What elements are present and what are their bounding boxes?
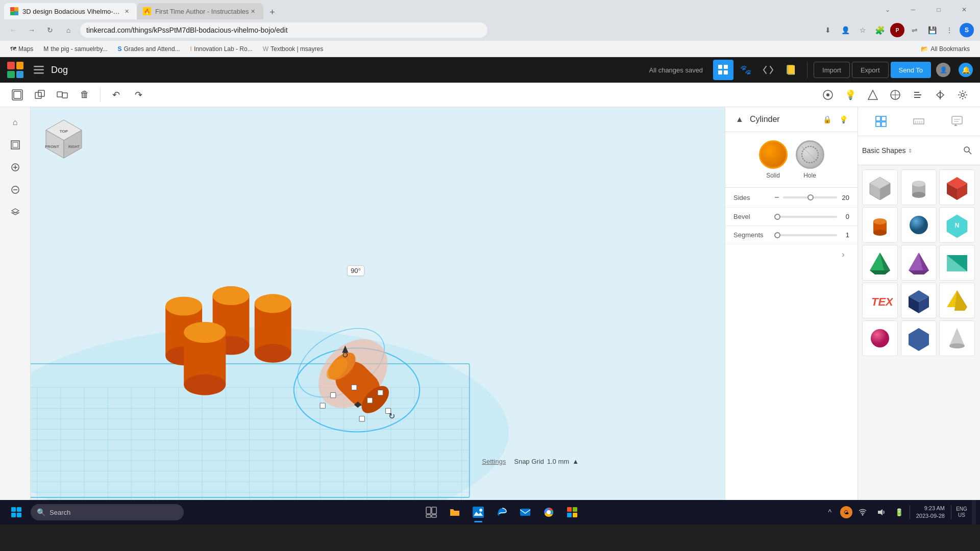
taskbar-edge[interactable] <box>491 501 513 523</box>
fit-view-btn[interactable] <box>6 136 24 154</box>
shape-sphere-pink[interactable] <box>862 320 898 356</box>
delete-btn[interactable]: 🗑 <box>76 86 94 104</box>
orientation-cube[interactable]: TOP FRONT RIGHT <box>41 117 87 163</box>
network-icon[interactable] <box>854 504 871 520</box>
taskbar-chrome[interactable] <box>537 501 560 523</box>
more-icon[interactable]: ⋮ <box>942 23 957 37</box>
sides-slider[interactable]: − <box>774 193 837 202</box>
shape-cylinder-grey[interactable] <box>901 169 937 205</box>
forward-btn[interactable]: → <box>24 23 39 37</box>
segments-thumb[interactable] <box>774 232 780 238</box>
tab-instructables[interactable]: 🔥 First Time Author - Instructables ✕ <box>137 3 263 19</box>
shape-box-red[interactable] <box>939 169 975 205</box>
shape-box-navy[interactable] <box>901 283 937 318</box>
shape-cylinder-orange[interactable] <box>862 207 898 243</box>
segments-track[interactable] <box>774 234 837 236</box>
ungroup-btn[interactable] <box>53 86 71 104</box>
bookmark-textbook[interactable]: W Textbook | msayres <box>259 44 327 54</box>
sides-track[interactable] <box>783 196 837 198</box>
redo-btn[interactable]: ↷ <box>129 86 148 104</box>
taskbar-store[interactable] <box>561 501 583 523</box>
light-btn[interactable]: 💡 <box>841 86 860 104</box>
home-view-btn[interactable]: ⌂ <box>6 113 24 132</box>
tinkercad-logo[interactable] <box>0 57 31 83</box>
bevel-thumb[interactable] <box>774 214 780 220</box>
scroll-right-btn[interactable]: › <box>837 248 849 261</box>
shape-blue-misc[interactable] <box>901 320 937 356</box>
home-btn[interactable]: ⌂ <box>61 23 76 37</box>
shape-pyramid-green[interactable] <box>862 245 898 281</box>
paw-view-btn[interactable]: 🐾 <box>736 60 756 80</box>
tab-close-2[interactable]: ✕ <box>249 7 257 15</box>
sides-thumb[interactable] <box>807 194 814 201</box>
close-btn[interactable]: ✕ <box>952 2 976 18</box>
ruler-tab[interactable] <box>909 111 929 132</box>
shape-box-grey[interactable] <box>862 169 898 205</box>
weather-icon[interactable]: 🌤 <box>840 506 852 518</box>
taskbar-task-view[interactable] <box>420 501 443 523</box>
reload-btn[interactable]: ↻ <box>43 23 57 37</box>
taskbar-photos[interactable] <box>467 501 489 523</box>
solid-option[interactable]: Solid <box>759 140 788 179</box>
new-design-btn[interactable] <box>8 86 27 104</box>
user-profile-icon[interactable]: S <box>960 23 974 37</box>
shape-text-red[interactable]: TEXT <box>862 283 898 318</box>
sendto-btn[interactable]: Send To <box>891 62 931 78</box>
tab-close-1[interactable]: ✕ <box>122 7 131 15</box>
bevel-track[interactable] <box>774 216 837 218</box>
bookmark-innovation[interactable]: I Innovation Lab - Ro... <box>186 44 257 54</box>
bookmark-grades[interactable]: S Grades and Attend... <box>114 44 184 54</box>
shape-wedge-teal[interactable] <box>939 245 975 281</box>
battery-icon[interactable]: 🔋 <box>891 504 908 520</box>
snap-grid-arrow[interactable]: ▲ <box>572 458 579 465</box>
tabs-dropdown-btn[interactable]: ⌄ <box>876 2 899 18</box>
align-btn[interactable] <box>909 86 927 104</box>
back-btn[interactable]: ← <box>6 23 20 37</box>
all-bookmarks-btn[interactable]: 📂 All Bookmarks <box>917 44 974 54</box>
locale-display[interactable]: ENG US <box>953 504 970 520</box>
sides-minus[interactable]: − <box>774 193 779 202</box>
profile-switch-icon[interactable]: 👤 <box>838 23 852 37</box>
export-btn[interactable]: Export <box>852 62 889 78</box>
tab-tinkercad[interactable]: 3D design Bodacious Vihelmo-B... ✕ <box>4 3 137 19</box>
grid-toggle-btn[interactable] <box>886 86 904 104</box>
grid-shapes-tab[interactable] <box>871 111 891 132</box>
settings-2-btn[interactable] <box>953 86 972 104</box>
maximize-btn[interactable]: □ <box>927 2 950 18</box>
hidden-icons-btn[interactable]: ^ <box>822 504 838 520</box>
taskbar-mail[interactable] <box>514 501 536 523</box>
bulb-icon[interactable]: 💡 <box>837 113 849 126</box>
shape-pyramid-purple[interactable] <box>901 245 937 281</box>
collapse-panel-btn[interactable]: ▲ <box>733 113 746 126</box>
lock-icon[interactable]: 🔒 <box>821 113 833 126</box>
grid-view-btn[interactable] <box>713 60 733 80</box>
view-mode-btn[interactable] <box>819 86 837 104</box>
downloads-icon[interactable]: ⬇ <box>821 23 835 37</box>
shapes-toggle-btn[interactable] <box>864 86 882 104</box>
import-btn[interactable]: Import <box>814 62 850 78</box>
volume-icon[interactable] <box>873 504 889 520</box>
taskbar-search[interactable]: 🔍 Search <box>31 504 184 520</box>
menu-hamburger-btn[interactable] <box>31 62 47 78</box>
shape-sphere-blue[interactable] <box>901 207 937 243</box>
group-btn[interactable] <box>31 86 49 104</box>
minimize-btn[interactable]: ─ <box>901 2 925 18</box>
notebook-btn[interactable]: 📒 <box>780 60 801 80</box>
shapes-search-btn[interactable] <box>960 142 976 159</box>
layers-btn[interactable] <box>6 203 24 221</box>
shape-misc-teal[interactable]: N <box>939 207 975 243</box>
extension-custom-icon[interactable]: P <box>890 23 904 37</box>
viewport[interactable]: tinkercad autodesk <box>31 107 725 500</box>
extension-manage-icon[interactable]: ⇌ <box>908 23 922 37</box>
bevel-slider[interactable] <box>774 216 837 218</box>
zoom-out-btn[interactable] <box>6 181 24 199</box>
settings-link[interactable]: Settings <box>482 458 506 465</box>
notification-bar[interactable] <box>972 500 976 524</box>
chat-tab[interactable] <box>947 111 967 132</box>
extension-puzzle-icon[interactable]: 🧩 <box>873 23 887 37</box>
address-input[interactable]: tinkercad.com/things/kPssPtM7dBl-bodacio… <box>80 22 488 38</box>
clock[interactable]: 9:23 AM 2023-09-28 <box>912 505 949 520</box>
star-icon[interactable]: ☆ <box>855 23 870 37</box>
shape-cone-grey[interactable] <box>939 320 975 356</box>
user-account-btn[interactable]: 👤 <box>933 60 953 80</box>
